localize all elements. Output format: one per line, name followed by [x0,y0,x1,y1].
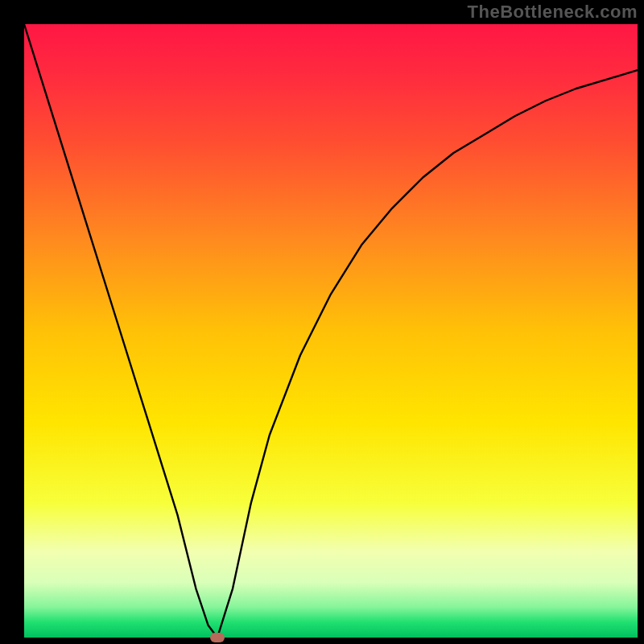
watermark-text: TheBottleneck.com [468,2,638,23]
optimal-point-marker [210,633,225,642]
chart-frame: TheBottleneck.com [0,0,644,644]
plot-background [24,24,638,638]
bottleneck-chart [0,0,644,644]
